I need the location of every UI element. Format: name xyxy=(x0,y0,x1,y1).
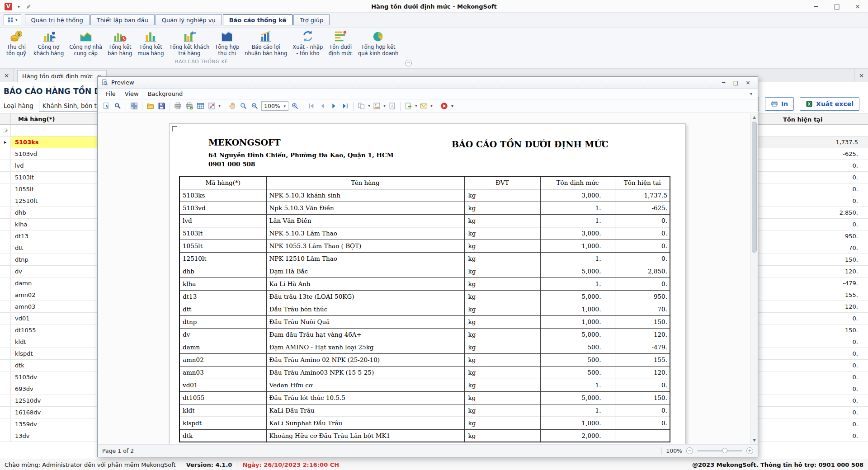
maximize-button[interactable]: □ xyxy=(826,0,847,13)
first-page-icon[interactable] xyxy=(306,101,317,112)
cell-ma-hang[interactable]: damn xyxy=(11,277,99,289)
ribbon-tab-1[interactable]: Thiết lập ban đầu xyxy=(90,14,155,25)
cell-ma-hang[interactable]: klha xyxy=(11,219,99,230)
ribbon-tab-2[interactable]: Quản lý nghiệp vụ xyxy=(156,14,222,25)
magnifier-icon[interactable] xyxy=(238,101,249,112)
cell-ton-hien-tai[interactable]: 0. xyxy=(758,407,868,418)
preview-maximize-button[interactable]: □ xyxy=(730,78,742,87)
last-page-icon[interactable] xyxy=(340,101,351,112)
cell-ma-hang[interactable]: lvd xyxy=(11,160,99,171)
preview-close-button[interactable]: × xyxy=(742,78,754,87)
cell-ma-hang[interactable]: 5103dv xyxy=(11,371,99,383)
cell-ma-hang[interactable]: 12510dv xyxy=(11,395,99,406)
cell-ton-hien-tai[interactable]: 0. xyxy=(758,313,868,324)
cell-ma-hang[interactable]: dhb xyxy=(11,207,99,218)
export-excel-button[interactable]: Xuất excel xyxy=(800,97,859,111)
cell-ma-hang[interactable]: 1055lt xyxy=(11,183,99,195)
page-color-icon[interactable] xyxy=(371,101,382,112)
application-menu-button[interactable]: ▾ xyxy=(4,14,21,25)
cell-ton-hien-tai[interactable]: 950. xyxy=(758,230,868,242)
find-icon[interactable] xyxy=(112,101,123,112)
cell-ma-hang[interactable]: 16168dv xyxy=(11,407,99,418)
preview-scrollbar[interactable]: ▲ ▼ xyxy=(750,113,758,444)
ribbon-tab-0[interactable]: Quản trị hệ thống xyxy=(25,14,90,25)
thumbnails-icon[interactable] xyxy=(128,101,140,112)
print-button[interactable]: In xyxy=(765,97,794,111)
ribbon-button-5[interactable]: Tổng kết kháchtrả hàng xyxy=(166,28,212,56)
cell-ma-hang[interactable]: klspdt xyxy=(11,348,99,359)
cell-ton-hien-tai[interactable]: 0. xyxy=(758,160,868,171)
cell-ton-hien-tai[interactable]: 0. xyxy=(758,183,868,195)
email-icon[interactable] xyxy=(418,101,429,112)
zoom-combo[interactable]: 100%▾ xyxy=(261,101,288,111)
cell-ton-hien-tai[interactable]: 0. xyxy=(758,383,868,395)
preview-menu-view[interactable]: View xyxy=(120,90,143,97)
cell-ton-hien-tai[interactable]: 0. xyxy=(758,219,868,230)
cell-ma-hang[interactable]: 693dv xyxy=(11,383,99,395)
cell-ma-hang[interactable]: 12510lt xyxy=(11,195,99,207)
cell-ton-hien-tai[interactable]: 150. xyxy=(758,324,868,336)
ribbon-button-0[interactable]: $Thu chitồn quỹ xyxy=(2,28,31,56)
scroll-down-icon[interactable]: ▼ xyxy=(751,437,758,444)
cell-ton-hien-tai[interactable]: 2,850. xyxy=(758,207,868,218)
preview-titlebar[interactable]: Preview ─ □ × xyxy=(98,77,758,89)
ribbon-tab-3[interactable]: Báo cáo thống kê xyxy=(223,14,293,25)
cell-ma-hang[interactable]: dtk xyxy=(11,360,99,371)
column-header-ma-hang[interactable]: Mã hàng(*) xyxy=(11,113,99,124)
cell-ton-hien-tai[interactable]: 0. xyxy=(758,336,868,348)
ribbon-button-1[interactable]: Công nợkhách hàng xyxy=(31,28,66,56)
zoom-slider[interactable] xyxy=(697,450,742,451)
ribbon-tab-4[interactable]: Trợ giúp xyxy=(293,14,330,25)
cell-ton-hien-tai[interactable]: 120. xyxy=(758,266,868,277)
print-icon[interactable] xyxy=(172,101,184,112)
prev-page-icon[interactable] xyxy=(317,101,328,112)
ribbon-button-8[interactable]: Xuất - nhập- tồn kho xyxy=(290,28,326,56)
cell-ma-hang[interactable]: vd01 xyxy=(11,313,99,324)
cell-ma-hang[interactable]: kldt xyxy=(11,336,99,348)
watermark-icon[interactable]: A xyxy=(387,101,398,112)
ribbon-button-9[interactable]: Tồn dướiđịnh mức xyxy=(326,28,355,56)
cell-ton-hien-tai[interactable]: 0. xyxy=(758,430,868,442)
preview-menu-background[interactable]: Background xyxy=(143,90,188,97)
chevron-down-icon[interactable]: ▾ xyxy=(750,91,754,96)
cell-ton-hien-tai[interactable]: 0. xyxy=(758,418,868,430)
zoom-out-button[interactable]: − xyxy=(686,447,693,454)
preview-document-area[interactable]: MEKONGSOFT 64 Nguyễn Đình Chiểu, Phường … xyxy=(98,113,750,444)
export-icon[interactable] xyxy=(403,101,414,112)
ribbon-button-7[interactable]: Báo cáo lợinhuận bán hàng xyxy=(242,28,290,56)
cell-ton-hien-tai[interactable]: 0. xyxy=(758,348,868,359)
scrollbar-thumb[interactable] xyxy=(752,122,757,253)
cell-ma-hang[interactable]: dt1055 xyxy=(11,324,99,336)
cell-ma-hang[interactable]: dtt xyxy=(11,242,99,254)
close-button[interactable]: × xyxy=(847,0,868,13)
column-header-ton-hien-tai[interactable]: Tồn hiện tại xyxy=(783,113,822,125)
close-tab-right-button[interactable]: × xyxy=(854,69,868,82)
ribbon-button-2[interactable]: Công nợ nhàcung cấp xyxy=(66,28,105,56)
open-folder-icon[interactable] xyxy=(145,101,156,112)
quick-access-caret-icon[interactable]: ▾ xyxy=(18,4,20,9)
zoom-out-icon[interactable] xyxy=(249,101,260,112)
document-tab[interactable]: Hàng tồn dưới định mức × xyxy=(17,70,107,82)
scroll-up-icon[interactable]: ▲ xyxy=(751,114,758,121)
cell-ma-hang[interactable]: dtnp xyxy=(11,254,99,265)
cell-ton-hien-tai[interactable]: 150. xyxy=(758,254,868,265)
zoom-in-button[interactable]: + xyxy=(746,447,753,454)
cell-ton-hien-tai[interactable]: -479. xyxy=(758,277,868,289)
pin-icon[interactable] xyxy=(25,4,31,9)
save-icon[interactable] xyxy=(156,101,167,112)
cell-ma-hang[interactable]: 5103lt xyxy=(11,172,99,183)
next-page-icon[interactable] xyxy=(328,101,340,112)
cell-ton-hien-tai[interactable]: -625. xyxy=(758,148,868,160)
cell-ton-hien-tai[interactable]: 0. xyxy=(758,395,868,406)
ribbon-button-3[interactable]: Tổng kếtbán hàng xyxy=(105,28,135,56)
quick-print-icon[interactable] xyxy=(184,101,195,112)
cell-ton-hien-tai[interactable]: 70. xyxy=(758,242,868,254)
cell-ma-hang[interactable]: dt13 xyxy=(11,230,99,242)
close-tab-left-button[interactable]: × xyxy=(0,69,14,82)
filter-cell[interactable] xyxy=(11,125,99,136)
ribbon-button-4[interactable]: Tổng kếtmua hàng xyxy=(135,28,166,56)
preview-menu-file[interactable]: File xyxy=(101,90,120,97)
cell-ton-hien-tai[interactable]: 0. xyxy=(758,371,868,383)
pointer-icon[interactable] xyxy=(101,101,112,112)
cell-ton-hien-tai[interactable]: 0. xyxy=(758,172,868,183)
